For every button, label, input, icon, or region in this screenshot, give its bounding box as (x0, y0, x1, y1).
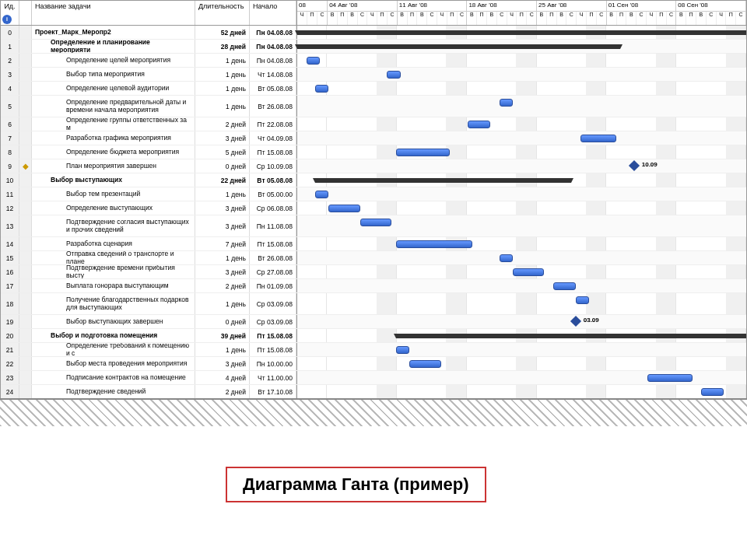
task-start[interactable]: Пн 01.09.08 (250, 279, 296, 292)
task-row[interactable]: 1Определение и планирование мероприяти28… (1, 40, 746, 54)
task-row[interactable]: 7Разработка графика мероприятия3 днейЧт … (1, 131, 746, 145)
task-row[interactable]: 0Проект_Марк_Меропр252 днейПн 04.08.08 (1, 26, 746, 40)
task-name[interactable]: Определение требований к помещению и с (32, 343, 195, 356)
task-name[interactable]: Выбор выступающих завершен (32, 315, 195, 328)
task-row[interactable]: 17Выплата гонорара выступающим2 днейПн 0… (1, 279, 746, 293)
summary-bar[interactable] (315, 178, 571, 183)
task-row[interactable]: 12Определение выступающих3 днейСр 06.08.… (1, 201, 746, 215)
task-duration[interactable]: 1 день (195, 68, 250, 81)
timeline-header[interactable]: 08ЧПС04 Авг '08ВПВСЧПС11 Авг '08ВПВСЧПС1… (297, 1, 746, 25)
task-duration[interactable]: 2 дней (195, 279, 250, 292)
task-bar[interactable] (396, 240, 472, 248)
milestone-marker[interactable] (629, 160, 640, 171)
task-bar[interactable] (553, 282, 576, 290)
task-name[interactable]: Подписание контрактов на помещение (32, 371, 195, 384)
task-name[interactable]: Разработка сценария (32, 237, 195, 250)
task-row[interactable]: 19Выбор выступающих завершен0 днейСр 03.… (1, 315, 746, 329)
task-row[interactable]: 8Определение бюджета мероприятия5 днейПт… (1, 145, 746, 159)
task-start[interactable]: Вт 26.08.08 (250, 96, 296, 117)
task-start[interactable]: Ср 06.08.08 (250, 201, 296, 215)
task-body[interactable]: 0Проект_Марк_Меропр252 днейПн 04.08.081О… (1, 26, 746, 419)
task-duration[interactable]: 28 дней (195, 40, 250, 53)
task-duration[interactable]: 1 день (195, 96, 250, 117)
task-start[interactable]: Пн 11.08.08 (250, 215, 296, 236)
task-start[interactable]: Пт 15.08.08 (250, 237, 296, 250)
task-row[interactable]: 10Выбор выступающих22 днейВт 05.08.08 (1, 173, 746, 187)
task-duration[interactable]: 2 дней (195, 117, 250, 131)
task-start[interactable]: Пн 04.08.08 (250, 26, 296, 39)
task-name[interactable]: Проект_Марк_Меропр2 (32, 26, 195, 39)
task-bar[interactable] (360, 219, 391, 226)
milestone-marker[interactable] (570, 316, 581, 327)
task-start[interactable]: Ср 03.09.08 (250, 293, 296, 314)
task-start[interactable]: Пн 04.08.08 (250, 54, 296, 67)
task-name[interactable]: Подтверждение согласия выступающих и про… (32, 215, 195, 236)
info-icon[interactable]: i (2, 15, 12, 24)
task-start[interactable]: Вт 05.08.08 (250, 82, 296, 95)
task-start[interactable]: Пт 22.08.08 (250, 117, 296, 131)
task-bar[interactable] (647, 374, 693, 382)
task-row[interactable]: 13Подтверждение согласия выступающих и п… (1, 215, 746, 237)
task-start[interactable]: Ср 03.09.08 (250, 315, 296, 328)
task-start[interactable]: Вт 26.08.08 (250, 251, 296, 264)
task-duration[interactable]: 1 день (195, 343, 250, 356)
task-bar[interactable] (500, 254, 513, 262)
task-start[interactable]: Чт 04.09.08 (250, 131, 296, 145)
task-bar[interactable] (701, 388, 724, 396)
task-duration[interactable]: 3 дней (195, 215, 250, 236)
task-duration[interactable]: 52 дней (195, 26, 250, 39)
task-row[interactable]: 22Выбор места проведения мероприятия3 дн… (1, 357, 746, 371)
task-row[interactable]: 21Определение требований к помещению и с… (1, 343, 746, 357)
task-bar[interactable] (500, 99, 513, 107)
task-duration[interactable]: 22 дней (195, 173, 250, 187)
task-row[interactable]: 18Получение благодарственных подарков дл… (1, 293, 746, 315)
task-row[interactable]: 20Выбор и подготовка помещения39 днейПт … (1, 329, 746, 343)
task-start[interactable]: Пт 15.08.08 (250, 329, 296, 342)
task-name[interactable]: Подтверждение времени прибытия высту (32, 265, 195, 278)
task-name[interactable]: Разработка графика мероприятия (32, 131, 195, 145)
task-bar[interactable] (576, 296, 589, 304)
task-name[interactable]: Определение и планирование мероприяти (32, 40, 195, 53)
task-row[interactable]: 4Определение целевой аудитории1 деньВт 0… (1, 82, 746, 96)
task-duration[interactable]: 39 дней (195, 329, 250, 342)
task-duration[interactable]: 7 дней (195, 237, 250, 250)
task-start[interactable]: Пн 10.00.00 (250, 357, 296, 370)
col-start[interactable]: Начало (250, 1, 296, 25)
task-duration[interactable]: 3 дней (195, 357, 250, 370)
task-bar[interactable] (396, 346, 409, 354)
task-start[interactable]: Ср 10.09.08 (250, 159, 296, 173)
task-start[interactable]: Вт 17.10.08 (250, 385, 296, 398)
task-duration[interactable]: 2 дней (195, 385, 250, 398)
task-start[interactable]: Чт 14.08.08 (250, 68, 296, 81)
task-duration[interactable]: 0 дней (195, 315, 250, 328)
task-bar[interactable] (396, 149, 450, 156)
col-indicator[interactable] (19, 1, 32, 25)
col-duration[interactable]: Длительность (195, 1, 250, 25)
task-name[interactable]: Выплата гонорара выступающим (32, 279, 195, 292)
task-start[interactable]: Пт 15.08.08 (250, 343, 296, 356)
task-name[interactable]: Отправка сведений о транспорте и плане (32, 251, 195, 264)
task-name[interactable]: План мероприятия завершен (32, 159, 195, 173)
task-duration[interactable]: 3 дней (195, 131, 250, 145)
task-bar[interactable] (387, 71, 400, 79)
summary-bar[interactable] (396, 334, 746, 338)
task-duration[interactable]: 3 дней (195, 201, 250, 215)
task-duration[interactable]: 5 дней (195, 145, 250, 159)
task-row[interactable]: 11Выбор тем презентаций1 деньВт 05.00.00 (1, 187, 746, 201)
task-row[interactable]: 16Подтверждение времени прибытия высту3 … (1, 265, 746, 279)
task-start[interactable]: Пт 15.08.08 (250, 145, 296, 159)
task-name[interactable]: Определение группы ответственных за м (32, 117, 195, 131)
task-name[interactable]: Выбор выступающих (32, 173, 195, 187)
task-duration[interactable]: 1 день (195, 54, 250, 67)
task-name[interactable]: Определение выступающих (32, 201, 195, 215)
task-duration[interactable]: 4 дней (195, 371, 250, 384)
summary-bar[interactable] (297, 44, 620, 49)
col-id[interactable]: Ид. i (1, 1, 19, 25)
task-bar[interactable] (468, 121, 490, 128)
task-duration[interactable]: 3 дней (195, 265, 250, 278)
task-row[interactable]: 15Отправка сведений о транспорте и плане… (1, 251, 746, 265)
task-start[interactable]: Ср 27.08.08 (250, 265, 296, 278)
task-name[interactable]: Определение целей мероприятия (32, 54, 195, 67)
task-duration[interactable]: 1 день (195, 293, 250, 314)
task-row[interactable]: 3Выбор типа мероприятия1 деньЧт 14.08.08 (1, 68, 746, 82)
